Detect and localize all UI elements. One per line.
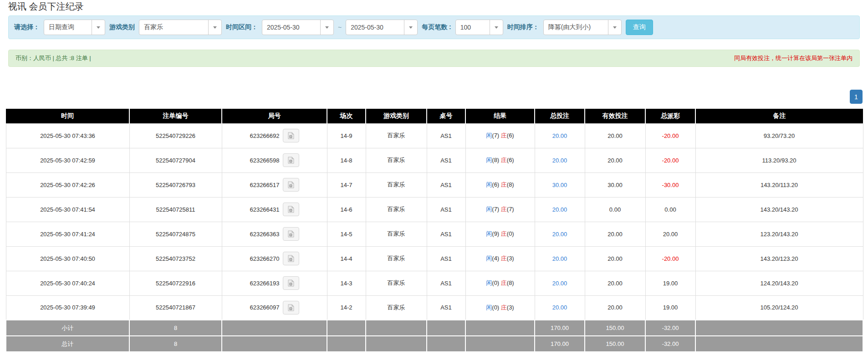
chevron-down-icon[interactable] — [490, 20, 503, 35]
bet-id: 522540721867 — [129, 295, 222, 320]
banker-result-label: 庄 — [501, 279, 507, 286]
banker-result-label: 庄 — [501, 181, 507, 188]
round-id: 623266692 — [250, 132, 279, 139]
round-id: 623266363 — [250, 231, 279, 238]
header-game-type: 游戏类别 — [366, 109, 427, 123]
video-file-icon — [287, 157, 294, 164]
session: 14-3 — [327, 271, 366, 295]
query-type-select[interactable]: 日期查询 — [44, 20, 105, 35]
table-body: 2025-05-30 07:43:36 522540729226 6232666… — [6, 123, 863, 320]
pagination: 1 — [5, 90, 863, 104]
header-total-bet: 总投注 — [535, 109, 585, 123]
date-to-input[interactable]: 2025-05-30 — [346, 20, 418, 35]
bet-id: 522540722916 — [129, 271, 222, 295]
search-button[interactable]: 查询 — [626, 20, 653, 35]
total-bet-link[interactable]: 20.00 — [535, 197, 585, 222]
query-type-label: 请选择： — [14, 23, 40, 31]
video-file-icon — [287, 230, 294, 238]
game-type-label: 游戏类别 — [109, 23, 135, 31]
game-type-select[interactable]: 百家乐 — [139, 20, 222, 35]
table-row: 2025-05-30 07:43:36 522540729226 6232666… — [6, 123, 863, 148]
result-cell: 闲(6) 庄(8) — [465, 172, 535, 197]
chevron-down-icon[interactable] — [320, 20, 333, 35]
valid-bet: 20.00 — [585, 123, 645, 148]
video-replay-button[interactable] — [283, 276, 299, 290]
valid-bet-notice: 同局有效投注，统一计算在该局第一张注单内 — [734, 54, 853, 62]
total-bet-link[interactable]: 20.00 — [535, 246, 585, 271]
session: 14-9 — [327, 123, 366, 148]
sort-select[interactable]: 降冪(由大到小) — [543, 20, 622, 35]
header-payout: 总派彩 — [645, 109, 695, 123]
banker-score: (6) — [507, 157, 514, 163]
banker-result-label: 庄 — [501, 255, 507, 262]
header-round-id: 局号 — [222, 109, 327, 123]
bet-id: 522540729226 — [129, 123, 222, 148]
page-button-1[interactable]: 1 — [850, 90, 863, 104]
payout: -20.00 — [645, 246, 695, 271]
video-replay-button[interactable] — [283, 227, 299, 241]
date-from-input[interactable]: 2025-05-30 — [262, 20, 334, 35]
player-result-label: 闲 — [486, 230, 492, 237]
note: 123.20/143.20 — [695, 222, 863, 246]
session: 14-6 — [327, 197, 366, 222]
result-cell: 闲(0) 庄(8) — [465, 271, 535, 295]
round-cell: 623266517 — [222, 172, 327, 197]
player-score: (4) — [492, 255, 499, 262]
total-bet-link[interactable]: 20.00 — [535, 222, 585, 246]
video-file-icon — [287, 206, 294, 213]
round-id: 623266270 — [250, 255, 279, 262]
total-bet-link[interactable]: 20.00 — [535, 295, 585, 320]
grand-total-count: 8 — [129, 336, 222, 352]
header-table-no: 桌号 — [427, 109, 465, 123]
total-bet-link[interactable]: 20.00 — [535, 123, 585, 148]
valid-bet: 30.00 — [585, 172, 645, 197]
round-cell: 623266097 — [222, 295, 327, 320]
round-cell: 623266598 — [222, 148, 327, 172]
video-replay-button[interactable] — [283, 153, 299, 167]
total-bet-link[interactable]: 20.00 — [535, 148, 585, 172]
round-cell: 623266431 — [222, 197, 327, 222]
result-cell: 闲(7) 庄(7) — [465, 197, 535, 222]
session: 14-4 — [327, 246, 366, 271]
bet-id: 522540725811 — [129, 197, 222, 222]
chevron-down-icon[interactable] — [92, 20, 105, 35]
grand-total-row: 总计 8 170.00 150.00 -32.00 — [6, 336, 863, 352]
header-result: 结果 — [465, 109, 535, 123]
player-result-label: 闲 — [486, 132, 492, 139]
date-from-value: 2025-05-30 — [262, 20, 320, 35]
currency-total-text: 币别：人民币 | 总共 :8 注单 | — [15, 54, 91, 62]
video-replay-button[interactable] — [283, 203, 299, 216]
chevron-down-icon[interactable] — [208, 20, 221, 35]
bet-id: 522540723752 — [129, 246, 222, 271]
player-score: (7) — [492, 206, 499, 213]
video-replay-button[interactable] — [283, 301, 299, 314]
video-replay-button[interactable] — [283, 178, 299, 192]
table-row: 2025-05-30 07:41:54 522540725811 6232664… — [6, 197, 863, 222]
banker-result-label: 庄 — [501, 304, 507, 311]
sort-label: 时间排序： — [507, 23, 539, 31]
player-result-label: 闲 — [486, 181, 492, 188]
subtotal-total-bet: 170.00 — [535, 320, 585, 336]
total-bet-link[interactable]: 20.00 — [535, 271, 585, 295]
table-no: AS1 — [427, 295, 465, 320]
video-replay-button[interactable] — [283, 252, 299, 265]
banker-score: (3) — [507, 304, 514, 311]
player-score: (8) — [492, 157, 499, 163]
banker-result-label: 庄 — [501, 206, 507, 213]
round-id: 623266431 — [250, 206, 279, 213]
round-cell: 623266193 — [222, 271, 327, 295]
per-page-select[interactable]: 100 — [455, 20, 503, 35]
total-bet-link[interactable]: 30.00 — [535, 172, 585, 197]
grand-total-total-bet: 170.00 — [535, 336, 585, 352]
banker-score: (7) — [507, 206, 514, 213]
chevron-down-icon[interactable] — [608, 20, 621, 35]
chevron-down-icon[interactable] — [404, 20, 417, 35]
game-type: 百家乐 — [366, 271, 427, 295]
summary-bar: 币别：人民币 | 总共 :8 注单 | 同局有效投注，统一计算在该局第一张注单内 — [8, 50, 860, 67]
header-note: 备注 — [695, 109, 863, 123]
bet-id: 522540724875 — [129, 222, 222, 246]
subtotal-payout: -32.00 — [645, 320, 695, 336]
note: 93.20/73.20 — [695, 123, 863, 148]
video-replay-button[interactable] — [283, 129, 299, 142]
page-title: 视讯 会员下注纪录 — [8, 0, 868, 12]
